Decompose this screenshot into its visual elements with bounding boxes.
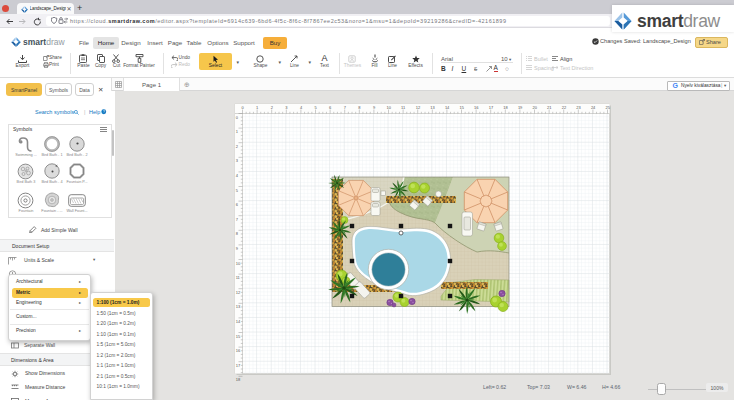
svg-text:10: 10 [387,105,392,110]
svg-text:13: 13 [236,304,241,309]
svg-text:16: 16 [474,105,479,110]
svg-text:14: 14 [445,105,450,110]
svg-text:16: 16 [236,348,241,353]
svg-text:15: 15 [460,105,465,110]
svg-text:13: 13 [430,105,435,110]
svg-text:21: 21 [547,105,552,110]
svg-text:17: 17 [489,105,494,110]
svg-text:12: 12 [236,290,241,295]
svg-text:18: 18 [503,105,508,110]
svg-text:23: 23 [576,105,581,110]
svg-text:20: 20 [533,105,538,110]
svg-text:24: 24 [591,105,596,110]
svg-text:25: 25 [606,105,611,110]
svg-text:19: 19 [518,105,523,110]
svg-text:?: ? [103,110,105,114]
svg-text:18: 18 [236,377,241,382]
svg-text:15: 15 [236,334,241,339]
svg-text:10: 10 [236,261,241,266]
svg-text:12: 12 [416,105,421,110]
svg-text:22: 22 [562,105,567,110]
svg-text:14: 14 [236,319,241,324]
svg-text:17: 17 [236,363,241,368]
